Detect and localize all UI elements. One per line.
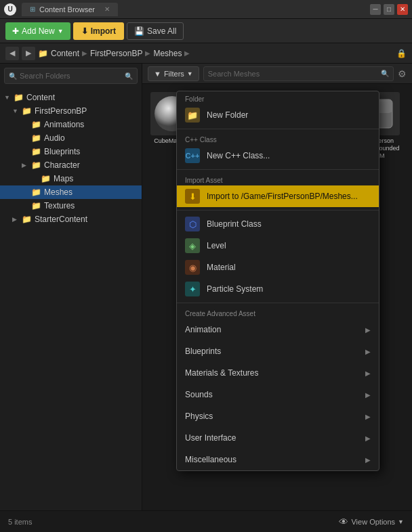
folder-icon-blueprints: 📁 bbox=[31, 147, 41, 156]
breadcrumb-firstpersonbp[interactable]: FirstPersonBP bbox=[90, 49, 142, 58]
cm-cpp-icon: C++ bbox=[185, 148, 200, 163]
close-button[interactable]: ✕ bbox=[397, 4, 408, 15]
cm-item-miscellaneous[interactable]: Miscellaneous ▶ bbox=[177, 449, 379, 470]
cm-label-blueprints: Blueprints bbox=[185, 347, 221, 356]
tree-item-audio[interactable]: 📁 Audio bbox=[0, 131, 142, 145]
cm-sep-2 bbox=[177, 169, 379, 170]
tree-item-animations[interactable]: 📁 Animations bbox=[0, 118, 142, 131]
folder-icon-textures: 📁 bbox=[31, 201, 41, 210]
breadcrumb-folder-icon: 📁 bbox=[38, 49, 48, 58]
cm-arrow-miscellaneous: ▶ bbox=[365, 456, 371, 464]
cm-item-animation[interactable]: Animation ▶ bbox=[177, 319, 379, 340]
cm-label-sounds: Sounds bbox=[185, 390, 213, 399]
folder-search-icon: 🔍 bbox=[9, 72, 17, 80]
folder-search-submit-icon[interactable]: 🔍 bbox=[125, 72, 133, 80]
cm-import-icon: ⬇ bbox=[185, 189, 200, 204]
cm-item-physics[interactable]: Physics ▶ bbox=[177, 405, 379, 427]
tree-label-maps: Maps bbox=[54, 174, 73, 183]
import-label: Import bbox=[91, 26, 116, 36]
add-new-button[interactable]: ✚ Add New ▼ bbox=[5, 22, 70, 40]
cm-item-material[interactable]: ◉ Material bbox=[177, 257, 379, 278]
breadcrumb-sep-3: ▶ bbox=[184, 49, 190, 57]
cm-level-icon: ◈ bbox=[185, 238, 200, 253]
cm-item-level[interactable]: ◈ Level bbox=[177, 235, 379, 257]
tree-item-blueprints[interactable]: 📁 Blueprints bbox=[0, 145, 142, 158]
import-button[interactable]: ⬇ Import bbox=[73, 22, 124, 40]
breadcrumb-content[interactable]: Content bbox=[51, 49, 79, 58]
cm-label-new-cpp: New C++ Class... bbox=[207, 151, 270, 160]
cm-item-new-cpp[interactable]: C++ New C++ Class... bbox=[177, 145, 379, 167]
settings-icon[interactable]: ⚙ bbox=[398, 68, 407, 79]
breadcrumb-sep-2: ▶ bbox=[145, 49, 150, 57]
tree-item-content[interactable]: ▼ 📁 Content bbox=[0, 91, 142, 104]
view-options-button[interactable]: 👁 View Options ▼ bbox=[339, 516, 404, 527]
tree-item-meshes[interactable]: 📁 Meshes bbox=[0, 185, 142, 199]
breadcrumb-bar: ◀ ▶ 📁 Content ▶ FirstPersonBP ▶ Meshes ▶… bbox=[0, 43, 412, 64]
cm-item-new-folder[interactable]: 📁 New Folder bbox=[177, 104, 379, 126]
sidebar: 🔍 🔍 ▼ 📁 Content ▼ 📁 FirstPersonBP 📁 Anim… bbox=[0, 64, 142, 510]
tab-label: Content Browser bbox=[39, 5, 95, 14]
folder-tree: ▼ 📁 Content ▼ 📁 FirstPersonBP 📁 Animatio… bbox=[0, 88, 142, 510]
save-all-button[interactable]: 💾 Save All bbox=[127, 22, 184, 40]
cm-label-import: Import to /Game/FirstPersonBP/Meshes... bbox=[207, 192, 358, 201]
breadcrumb-meshes[interactable]: Meshes bbox=[153, 49, 182, 58]
title-bar: U ⊞ Content Browser ✕ ─ □ ✕ bbox=[0, 0, 412, 19]
cm-particle-icon: ✦ bbox=[185, 282, 200, 296]
close-tab-icon[interactable]: ✕ bbox=[104, 5, 110, 13]
tree-item-textures[interactable]: 📁 Textures bbox=[0, 199, 142, 213]
folder-icon-character: 📁 bbox=[31, 160, 41, 170]
cm-item-blueprints[interactable]: Blueprints ▶ bbox=[177, 340, 379, 362]
content-search-input[interactable] bbox=[208, 70, 381, 78]
maximize-button[interactable]: □ bbox=[384, 4, 394, 15]
cm-item-user-interface[interactable]: User Interface ▶ bbox=[177, 427, 379, 449]
cm-blueprint-icon: ⬡ bbox=[185, 217, 200, 231]
content-area: ▼ Filters ▼ 🔍 ⚙ bbox=[142, 64, 412, 510]
minimize-button[interactable]: ─ bbox=[370, 4, 381, 15]
content-browser-tab[interactable]: ⊞ Content Browser ✕ bbox=[22, 3, 118, 16]
cm-section-import: Import Asset bbox=[177, 173, 379, 185]
cm-label-level: Level bbox=[207, 241, 226, 250]
tree-item-character[interactable]: ▶ 📁 Character bbox=[0, 158, 142, 172]
cm-item-import[interactable]: ⬇ Import to /Game/FirstPersonBP/Meshes..… bbox=[177, 185, 379, 207]
filters-button[interactable]: ▼ Filters ▼ bbox=[148, 66, 199, 81]
content-filter-bar: ▼ Filters ▼ 🔍 ⚙ bbox=[142, 64, 412, 84]
cm-label-animation: Animation bbox=[185, 325, 221, 334]
folder-search-input[interactable] bbox=[20, 72, 125, 80]
cm-arrow-materials-textures: ▶ bbox=[365, 370, 371, 377]
cm-arrow-animation: ▶ bbox=[365, 326, 371, 334]
cm-item-blueprint[interactable]: ⬡ Blueprint Class bbox=[177, 213, 379, 235]
tree-arrow-firstpersonbp: ▼ bbox=[12, 108, 19, 114]
tree-label-content: Content bbox=[26, 93, 55, 102]
folder-icon-audio: 📁 bbox=[31, 133, 41, 143]
cm-arrow-sounds: ▶ bbox=[365, 391, 371, 399]
cm-arrow-physics: ▶ bbox=[365, 413, 371, 420]
context-menu: Folder 📁 New Folder C++ Class C++ New C+… bbox=[176, 91, 379, 471]
folder-search-bar[interactable]: 🔍 🔍 bbox=[4, 68, 138, 84]
folder-icon-firstpersonbp: 📁 bbox=[22, 106, 32, 116]
tree-arrow-content: ▼ bbox=[4, 94, 11, 101]
content-search-bar[interactable]: 🔍 bbox=[203, 66, 394, 81]
content-search-icon: 🔍 bbox=[381, 70, 389, 77]
filter-icon: ▼ bbox=[154, 70, 161, 78]
tree-label-firstpersonbp: FirstPersonBP bbox=[35, 106, 87, 116]
tree-label-blueprints: Blueprints bbox=[44, 147, 80, 156]
window-controls: ─ □ ✕ bbox=[370, 4, 408, 15]
filters-dropdown-arrow: ▼ bbox=[187, 70, 193, 77]
tree-item-maps[interactable]: 📁 Maps bbox=[0, 172, 142, 185]
cm-item-materials-textures[interactable]: Materials & Textures ▶ bbox=[177, 362, 379, 384]
cm-sep-3 bbox=[177, 210, 379, 210]
save-all-label: Save All bbox=[147, 26, 176, 36]
tree-item-startercontent[interactable]: ▶ 📁 StarterContent bbox=[0, 213, 142, 226]
main-layout: 🔍 🔍 ▼ 📁 Content ▼ 📁 FirstPersonBP 📁 Anim… bbox=[0, 64, 412, 510]
tree-item-firstpersonbp[interactable]: ▼ 📁 FirstPersonBP bbox=[0, 104, 142, 118]
status-bar: 5 items 👁 View Options ▼ bbox=[0, 510, 412, 532]
cm-arrow-user-interface: ▶ bbox=[365, 435, 371, 442]
cm-label-particle: Particle System bbox=[207, 284, 263, 294]
nav-forward-button[interactable]: ▶ bbox=[22, 47, 35, 60]
cm-item-sounds[interactable]: Sounds ▶ bbox=[177, 384, 379, 405]
cm-item-particle[interactable]: ✦ Particle System bbox=[177, 278, 379, 300]
nav-back-button[interactable]: ◀ bbox=[5, 47, 19, 60]
tree-label-meshes: Meshes bbox=[44, 187, 73, 197]
save-icon: 💾 bbox=[134, 26, 144, 36]
cm-label-blueprint: Blueprint Class bbox=[207, 219, 262, 229]
